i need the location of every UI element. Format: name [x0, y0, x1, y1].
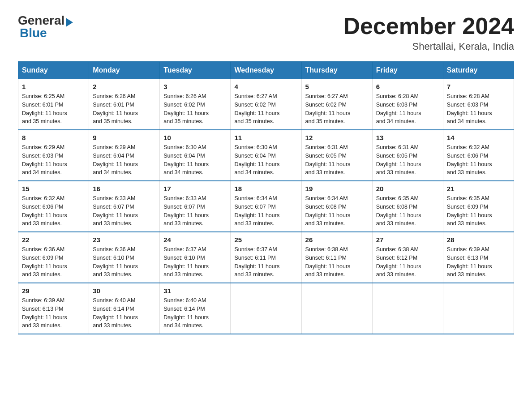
- calendar-cell: 31Sunrise: 6:40 AMSunset: 6:14 PMDayligh…: [160, 283, 231, 334]
- calendar-cell: [231, 283, 301, 334]
- column-header-tuesday: Tuesday: [160, 62, 231, 79]
- day-info: Sunrise: 6:36 AMSunset: 6:10 PMDaylight:…: [93, 245, 156, 279]
- calendar-cell: 17Sunrise: 6:33 AMSunset: 6:07 PMDayligh…: [160, 181, 231, 232]
- calendar-cell: 2Sunrise: 6:26 AMSunset: 6:01 PMDaylight…: [89, 79, 160, 130]
- day-info: Sunrise: 6:34 AMSunset: 6:07 PMDaylight:…: [234, 194, 297, 228]
- calendar-cell: 26Sunrise: 6:38 AMSunset: 6:11 PMDayligh…: [301, 232, 372, 283]
- day-info: Sunrise: 6:38 AMSunset: 6:11 PMDaylight:…: [305, 245, 369, 279]
- day-number: 23: [93, 236, 156, 244]
- day-number: 24: [163, 236, 227, 244]
- day-info: Sunrise: 6:32 AMSunset: 6:06 PMDaylight:…: [22, 194, 85, 228]
- day-info: Sunrise: 6:39 AMSunset: 6:13 PMDaylight:…: [22, 296, 85, 330]
- day-number: 29: [22, 287, 85, 295]
- calendar-cell: 22Sunrise: 6:36 AMSunset: 6:09 PMDayligh…: [18, 232, 89, 283]
- subtitle: Shertallai, Kerala, India: [343, 41, 514, 52]
- calendar-cell: 21Sunrise: 6:35 AMSunset: 6:09 PMDayligh…: [443, 181, 514, 232]
- calendar-cell: [372, 283, 443, 334]
- calendar-cell: 7Sunrise: 6:28 AMSunset: 6:03 PMDaylight…: [443, 79, 514, 130]
- calendar-cell: 25Sunrise: 6:37 AMSunset: 6:11 PMDayligh…: [231, 232, 301, 283]
- day-number: 20: [376, 185, 439, 193]
- day-number: 8: [22, 134, 85, 141]
- day-number: 31: [163, 287, 227, 295]
- day-info: Sunrise: 6:40 AMSunset: 6:14 PMDaylight:…: [163, 296, 227, 330]
- logo-blue-text: Blue: [20, 26, 73, 40]
- page-header: General Blue December 2024 Shertallai, K…: [18, 13, 514, 52]
- calendar-cell: 18Sunrise: 6:34 AMSunset: 6:07 PMDayligh…: [231, 181, 301, 232]
- day-number: 12: [305, 134, 369, 141]
- day-number: 16: [93, 185, 156, 193]
- day-number: 9: [93, 134, 156, 141]
- day-number: 4: [234, 83, 297, 90]
- day-number: 27: [376, 236, 439, 244]
- calendar-cell: 1Sunrise: 6:25 AMSunset: 6:01 PMDaylight…: [18, 79, 89, 130]
- calendar-cell: 8Sunrise: 6:29 AMSunset: 6:03 PMDaylight…: [18, 130, 89, 181]
- day-info: Sunrise: 6:26 AMSunset: 6:01 PMDaylight:…: [93, 92, 156, 126]
- calendar-week-row: 1Sunrise: 6:25 AMSunset: 6:01 PMDaylight…: [18, 79, 514, 130]
- day-number: 19: [305, 185, 369, 193]
- day-info: Sunrise: 6:39 AMSunset: 6:13 PMDaylight:…: [447, 245, 510, 279]
- calendar-cell: 20Sunrise: 6:35 AMSunset: 6:08 PMDayligh…: [372, 181, 443, 232]
- day-info: Sunrise: 6:31 AMSunset: 6:05 PMDaylight:…: [305, 143, 369, 177]
- day-number: 28: [447, 236, 510, 244]
- day-number: 30: [93, 287, 156, 295]
- day-info: Sunrise: 6:25 AMSunset: 6:01 PMDaylight:…: [22, 92, 85, 126]
- day-info: Sunrise: 6:28 AMSunset: 6:03 PMDaylight:…: [376, 92, 439, 126]
- day-info: Sunrise: 6:35 AMSunset: 6:08 PMDaylight:…: [376, 194, 439, 228]
- calendar-cell: 30Sunrise: 6:40 AMSunset: 6:14 PMDayligh…: [89, 283, 160, 334]
- calendar-cell: 16Sunrise: 6:33 AMSunset: 6:07 PMDayligh…: [89, 181, 160, 232]
- day-info: Sunrise: 6:29 AMSunset: 6:04 PMDaylight:…: [93, 143, 156, 177]
- day-info: Sunrise: 6:37 AMSunset: 6:11 PMDaylight:…: [234, 245, 297, 279]
- day-number: 5: [305, 83, 369, 90]
- day-info: Sunrise: 6:28 AMSunset: 6:03 PMDaylight:…: [447, 92, 510, 126]
- calendar-cell: 13Sunrise: 6:31 AMSunset: 6:05 PMDayligh…: [372, 130, 443, 181]
- calendar-cell: 9Sunrise: 6:29 AMSunset: 6:04 PMDaylight…: [89, 130, 160, 181]
- calendar-cell: 15Sunrise: 6:32 AMSunset: 6:06 PMDayligh…: [18, 181, 89, 232]
- day-number: 10: [163, 134, 227, 141]
- day-number: 17: [163, 185, 227, 193]
- column-header-friday: Friday: [372, 62, 443, 79]
- column-header-thursday: Thursday: [301, 62, 372, 79]
- day-info: Sunrise: 6:31 AMSunset: 6:05 PMDaylight:…: [376, 143, 439, 177]
- day-info: Sunrise: 6:27 AMSunset: 6:02 PMDaylight:…: [234, 92, 297, 126]
- day-info: Sunrise: 6:27 AMSunset: 6:02 PMDaylight:…: [305, 92, 369, 126]
- calendar-cell: 10Sunrise: 6:30 AMSunset: 6:04 PMDayligh…: [160, 130, 231, 181]
- day-number: 7: [447, 83, 510, 90]
- calendar-cell: 12Sunrise: 6:31 AMSunset: 6:05 PMDayligh…: [301, 130, 372, 181]
- day-info: Sunrise: 6:34 AMSunset: 6:08 PMDaylight:…: [305, 194, 369, 228]
- day-info: Sunrise: 6:37 AMSunset: 6:10 PMDaylight:…: [163, 245, 227, 279]
- calendar-cell: 5Sunrise: 6:27 AMSunset: 6:02 PMDaylight…: [301, 79, 372, 130]
- day-number: 1: [22, 83, 85, 90]
- day-number: 25: [234, 236, 297, 244]
- day-info: Sunrise: 6:30 AMSunset: 6:04 PMDaylight:…: [234, 143, 297, 177]
- main-title: December 2024: [343, 13, 514, 39]
- day-info: Sunrise: 6:40 AMSunset: 6:14 PMDaylight:…: [93, 296, 156, 330]
- calendar-cell: 3Sunrise: 6:26 AMSunset: 6:02 PMDaylight…: [160, 79, 231, 130]
- day-info: Sunrise: 6:26 AMSunset: 6:02 PMDaylight:…: [163, 92, 227, 126]
- day-number: 13: [376, 134, 439, 141]
- title-section: December 2024 Shertallai, Kerala, India: [343, 13, 514, 52]
- day-number: 6: [376, 83, 439, 90]
- logo-arrow-icon: [66, 18, 73, 27]
- day-number: 2: [93, 83, 156, 90]
- calendar-cell: [443, 283, 514, 334]
- day-number: 26: [305, 236, 369, 244]
- day-number: 3: [163, 83, 227, 90]
- day-info: Sunrise: 6:29 AMSunset: 6:03 PMDaylight:…: [22, 143, 85, 177]
- day-number: 14: [447, 134, 510, 141]
- day-number: 21: [447, 185, 510, 193]
- calendar-cell: 23Sunrise: 6:36 AMSunset: 6:10 PMDayligh…: [89, 232, 160, 283]
- calendar-table: SundayMondayTuesdayWednesdayThursdayFrid…: [18, 61, 514, 334]
- day-info: Sunrise: 6:30 AMSunset: 6:04 PMDaylight:…: [163, 143, 227, 177]
- calendar-cell: 14Sunrise: 6:32 AMSunset: 6:06 PMDayligh…: [443, 130, 514, 181]
- day-number: 18: [234, 185, 297, 193]
- calendar-week-row: 8Sunrise: 6:29 AMSunset: 6:03 PMDaylight…: [18, 130, 514, 181]
- logo: General Blue: [18, 13, 73, 40]
- day-number: 11: [234, 134, 297, 141]
- calendar-cell: 29Sunrise: 6:39 AMSunset: 6:13 PMDayligh…: [18, 283, 89, 334]
- column-header-wednesday: Wednesday: [231, 62, 301, 79]
- day-info: Sunrise: 6:35 AMSunset: 6:09 PMDaylight:…: [447, 194, 510, 228]
- column-header-sunday: Sunday: [18, 62, 89, 79]
- calendar-week-row: 29Sunrise: 6:39 AMSunset: 6:13 PMDayligh…: [18, 283, 514, 334]
- calendar-cell: 27Sunrise: 6:38 AMSunset: 6:12 PMDayligh…: [372, 232, 443, 283]
- calendar-header-row: SundayMondayTuesdayWednesdayThursdayFrid…: [18, 62, 514, 79]
